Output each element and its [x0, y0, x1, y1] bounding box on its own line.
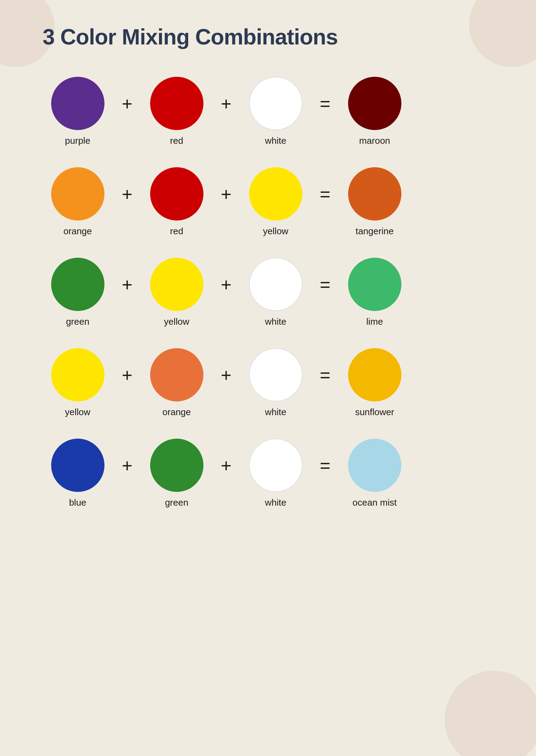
- color-label-white: white: [265, 317, 286, 327]
- color-item-5-1: blue: [43, 439, 113, 508]
- color-label-red: red: [170, 226, 183, 236]
- page-title: 3 Color Mixing Combinations: [43, 24, 499, 49]
- color-item-3-3: white: [241, 258, 311, 327]
- color-circle-red: [150, 167, 203, 221]
- equals-operator-3: =: [320, 274, 330, 295]
- color-label-red: red: [170, 136, 183, 146]
- color-circle-yellow: [249, 167, 302, 221]
- color-label-white: white: [265, 498, 286, 508]
- plus-operator-4-2: +: [221, 364, 231, 386]
- color-circle-white: [249, 439, 302, 492]
- color-item-2-2: red: [142, 167, 212, 236]
- result-item-3: lime: [340, 258, 410, 327]
- color-item-3-2: yellow: [142, 258, 212, 327]
- color-item-5-3: white: [241, 439, 311, 508]
- color-item-4-2: orange: [142, 348, 212, 417]
- combination-row-5: blue+green+white=ocean mist: [43, 432, 499, 514]
- combination-row-2: orange+red+yellow=tangerine: [43, 161, 499, 242]
- result-item-4: sunflower: [340, 348, 410, 417]
- color-circle-white: [249, 77, 302, 130]
- result-label-sunflower: sunflower: [355, 407, 394, 417]
- result-label-maroon: maroon: [359, 136, 390, 146]
- color-circle-blue: [51, 439, 104, 492]
- color-label-green: green: [165, 498, 188, 508]
- plus-operator-4-1: +: [122, 364, 132, 386]
- plus-operator-1-2: +: [221, 93, 231, 114]
- plus-operator-3-2: +: [221, 274, 231, 295]
- color-item-1-1: purple: [43, 77, 113, 146]
- color-label-blue: blue: [69, 498, 86, 508]
- color-label-white: white: [265, 407, 286, 417]
- color-label-orange: orange: [162, 407, 191, 417]
- color-circle-purple: [51, 77, 104, 130]
- color-circle-red: [150, 77, 203, 130]
- color-circle-white: [249, 258, 302, 311]
- color-item-2-3: yellow: [241, 167, 311, 236]
- color-label-yellow: yellow: [65, 407, 90, 417]
- equals-operator-5: =: [320, 455, 330, 476]
- result-label-lime: lime: [366, 317, 383, 327]
- plus-operator-5-2: +: [221, 455, 231, 476]
- combination-row-3: green+yellow+white=lime: [43, 252, 499, 333]
- color-label-purple: purple: [65, 136, 90, 146]
- color-item-2-1: orange: [43, 167, 113, 236]
- color-item-3-1: green: [43, 258, 113, 327]
- color-circle-white: [249, 348, 302, 401]
- color-label-white: white: [265, 136, 286, 146]
- color-circle-orange: [150, 348, 203, 401]
- color-item-4-1: yellow: [43, 348, 113, 417]
- result-item-5: ocean mist: [340, 439, 410, 508]
- color-label-yellow: yellow: [263, 226, 288, 236]
- color-item-1-3: white: [241, 77, 311, 146]
- color-circle-green: [51, 258, 104, 311]
- color-circle-orange: [51, 167, 104, 221]
- color-label-green: green: [66, 317, 89, 327]
- plus-operator-3-1: +: [122, 274, 132, 295]
- combinations-list: purple+red+white=maroonorange+red+yellow…: [43, 71, 499, 514]
- color-circle-yellow: [150, 258, 203, 311]
- result-circle-lime: [348, 258, 401, 311]
- color-circle-yellow: [51, 348, 104, 401]
- result-label-tangerine: tangerine: [356, 226, 394, 236]
- page-content: 3 Color Mixing Combinations purple+red+w…: [0, 0, 536, 538]
- plus-operator-1-1: +: [122, 93, 132, 114]
- plus-operator-5-1: +: [122, 455, 132, 476]
- result-item-2: tangerine: [340, 167, 410, 236]
- combination-row-1: purple+red+white=maroon: [43, 71, 499, 152]
- plus-operator-2-1: +: [122, 184, 132, 205]
- equals-operator-1: =: [320, 93, 330, 114]
- color-circle-green: [150, 439, 203, 492]
- result-circle-sunflower: [348, 348, 401, 401]
- combination-row-4: yellow+orange+white=sunflower: [43, 342, 499, 423]
- color-label-orange: orange: [63, 226, 92, 236]
- result-label-ocean mist: ocean mist: [353, 498, 397, 508]
- result-circle-ocean mist: [348, 439, 401, 492]
- result-circle-maroon: [348, 77, 401, 130]
- color-label-yellow: yellow: [164, 317, 189, 327]
- color-item-4-3: white: [241, 348, 311, 417]
- color-item-5-2: green: [142, 439, 212, 508]
- plus-operator-2-2: +: [221, 184, 231, 205]
- equals-operator-4: =: [320, 364, 330, 386]
- result-circle-tangerine: [348, 167, 401, 221]
- result-item-1: maroon: [340, 77, 410, 146]
- color-item-1-2: red: [142, 77, 212, 146]
- decorative-blob-bottom-right: [445, 671, 536, 756]
- equals-operator-2: =: [320, 184, 330, 205]
